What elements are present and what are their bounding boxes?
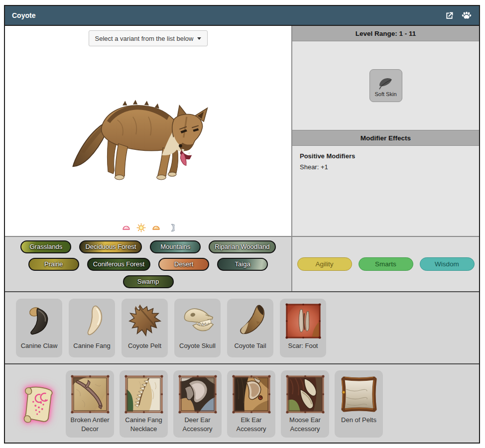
recipe-scroll-icon[interactable] <box>17 378 60 433</box>
level-range-header: Level Range: 1 - 11 <box>292 26 479 41</box>
external-link-icon[interactable] <box>444 10 455 21</box>
biome-deciduous-forest[interactable]: Deciduous Forest <box>79 240 142 253</box>
coyote-skull-icon <box>178 301 218 341</box>
variant-select-label: Select a variant from the list below <box>95 35 194 42</box>
biome-list: GrasslandsDeciduous ForestMountainsRipar… <box>5 237 292 291</box>
biome-taiga[interactable]: Taiga <box>217 258 268 271</box>
soft-skin-item[interactable]: Soft Skin <box>369 69 402 102</box>
biome-stats-row: GrasslandsDeciduous ForestMountainsRipar… <box>5 237 479 292</box>
biome-riparian-woodland[interactable]: Riparian Woodland <box>209 240 275 253</box>
title-bar: Coyote <box>5 6 479 26</box>
stat-wisdom[interactable]: Wisdom <box>420 257 475 271</box>
item-coyote-skull[interactable]: Coyote Skull <box>174 299 221 357</box>
canine-fang-icon <box>72 301 112 341</box>
decor-broken-antler[interactable]: Broken Antler Decor <box>66 370 114 438</box>
broken-antler-icon <box>70 374 110 414</box>
sunrise-icon <box>121 223 131 232</box>
modifier-line: Shear: +1 <box>300 163 472 171</box>
biome-prairie[interactable]: Prairie <box>28 258 79 271</box>
stat-smarts[interactable]: Smarts <box>359 257 413 271</box>
scar-foot-icon <box>283 301 323 341</box>
elk-ear-icon <box>232 374 271 414</box>
animal-panel: Select a variant from the list below <box>5 26 292 236</box>
skins-body: Soft Skin <box>292 41 479 130</box>
info-panel: Level Range: 1 - 11 Soft Skin Modifier E… <box>292 26 479 236</box>
item-coyote-tail[interactable]: Coyote Tail <box>227 299 273 357</box>
deer-ear-icon <box>178 374 218 414</box>
modifier-effects-body: Positive Modifiers Shear: +1 <box>292 146 479 236</box>
stat-agility[interactable]: Agility <box>297 257 352 271</box>
item-scar-foot[interactable]: Scar: Foot <box>280 299 326 357</box>
decor-cards: Broken Antler Decor Canine Fang Necklace… <box>66 370 383 438</box>
biome-swamp[interactable]: Swamp <box>123 275 174 288</box>
positive-modifiers-heading: Positive Modifiers <box>300 152 472 160</box>
page-title: Coyote <box>12 11 35 19</box>
canine-claw-icon <box>19 301 59 341</box>
modifier-lines: Shear: +1 <box>300 163 472 171</box>
item-canine-fang[interactable]: Canine Fang <box>69 299 115 357</box>
feather-icon <box>378 75 394 91</box>
biome-desert[interactable]: Desert <box>158 258 209 271</box>
coyote-image <box>71 94 226 189</box>
decor-deer-ear-accessory[interactable]: Deer Ear Accessory <box>173 370 222 438</box>
title-bar-actions <box>444 10 472 21</box>
biome-mountains[interactable]: Mountains <box>150 240 201 253</box>
moose-ear-icon <box>285 374 325 414</box>
caret-down-icon <box>197 37 201 40</box>
moon-icon <box>166 224 175 232</box>
stat-list: Agility Smarts Wisdom <box>292 237 479 291</box>
fang-necklace-icon <box>124 374 164 414</box>
paw-icon[interactable] <box>461 10 472 21</box>
decor-moose-ear-accessory[interactable]: Moose Ear Accessory <box>281 370 329 438</box>
biome-grasslands[interactable]: Grasslands <box>20 240 71 253</box>
biome-coniferous-forest[interactable]: Coniferous Forest <box>87 258 150 271</box>
time-of-day-row <box>5 223 291 232</box>
item-coyote-pelt[interactable]: Coyote Pelt <box>121 299 168 357</box>
sun-icon <box>136 223 146 232</box>
main-row: Select a variant from the list below <box>5 26 479 237</box>
coyote-page: Coyote Select a variant from the list be… <box>4 5 480 444</box>
decor-den-of-pelts[interactable]: Den of Pelts <box>335 370 383 438</box>
decor-elk-ear-accessory[interactable]: Elk Ear Accessory <box>227 370 275 438</box>
sunset-icon <box>151 223 161 232</box>
decor-items-row: Broken Antler Decor Canine Fang Necklace… <box>5 364 479 443</box>
den-of-pelts-icon <box>339 374 379 414</box>
carcass-items-row: Canine Claw Canine Fang Coyote Pelt Coyo… <box>5 292 479 364</box>
coyote-pelt-icon <box>125 301 165 341</box>
coyote-tail-icon <box>231 301 270 341</box>
item-canine-claw[interactable]: Canine Claw <box>16 299 62 357</box>
variant-select[interactable]: Select a variant from the list below <box>89 30 208 46</box>
modifier-effects-header: Modifier Effects <box>292 130 479 146</box>
decor-canine-fang-necklace[interactable]: Canine Fang Necklace <box>120 370 168 438</box>
